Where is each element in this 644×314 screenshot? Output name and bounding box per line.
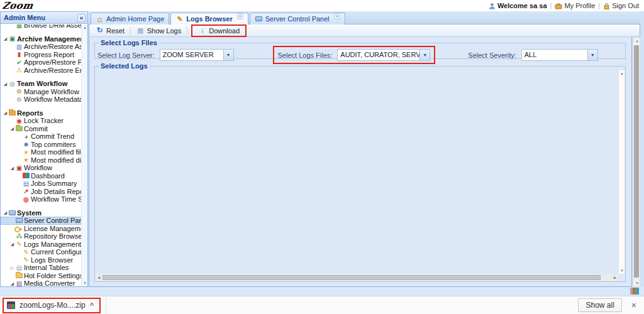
sidebar-item-browse-drm-assets[interactable]: ▦Browse DRM Assets (1, 24, 87, 30)
collapse-node-icon[interactable]: ◢ (3, 210, 8, 215)
progress-report-icon: ▮ (15, 51, 23, 58)
sidebar-item-logs-browser[interactable]: ✎Logs Browser (1, 256, 87, 264)
media-converter-icon: ▧ (15, 280, 23, 286)
download-button-highlight-box: ↓Download (191, 24, 247, 37)
downloaded-file-name[interactable]: zoomLogs-Mo....zip (19, 301, 86, 310)
severity-select[interactable]: ALL ▼ (521, 49, 598, 61)
button-label: Show Logs (147, 27, 181, 35)
browser-download-bar: zoomLogs-Mo....zip ^ Show all × (0, 296, 644, 314)
tab-server-control-panel[interactable]: Server Control Panel× (250, 13, 345, 24)
scroll-up-icon[interactable]: ▲ (82, 24, 88, 31)
collapse-node-icon[interactable]: ◢ (9, 126, 15, 131)
sidebar-tree: ▦Browse DRM Assets◢▣Archive Management▥A… (1, 24, 87, 286)
reset-button[interactable]: ↻Reset (92, 26, 128, 35)
sign-out-link[interactable]: Sign Out (603, 2, 639, 9)
sidebar-item-server-control-panel[interactable]: Server Control Panel (1, 217, 87, 225)
sidebar-item-commit-trend[interactable]: ◕Commit Trend (1, 133, 87, 141)
hscroll-thumb[interactable] (103, 275, 601, 280)
sidebar-item-label: Job Details Report (31, 188, 87, 195)
selected-logs-vscrollbar[interactable]: ▲ ▼ (618, 70, 625, 274)
sidebar-item-approve-restore-petitions[interactable]: ✔Approve/Restore Petitions (1, 58, 87, 67)
sidebar-scrollbar[interactable]: ▲ ▼ (81, 24, 87, 286)
close-tab-icon[interactable]: × (237, 13, 243, 19)
sidebar-item-jobs-summary[interactable]: ▤Jobs Summary (1, 180, 87, 188)
vscroll-thumb[interactable] (634, 45, 639, 278)
sidebar-item-top-commiters[interactable]: ☻Top commiters (1, 141, 87, 149)
collapse-node-icon[interactable]: ◢ (3, 110, 8, 116)
toolbar-separator (130, 26, 131, 35)
main-vscrollbar[interactable]: ▲ ▼ (633, 37, 640, 287)
collapse-node-icon[interactable]: ◢ (3, 81, 8, 87)
collapse-node-icon[interactable]: ◢ (9, 165, 15, 171)
scroll-left-icon[interactable]: ◀ (96, 274, 102, 281)
tab-label: Logs Browser (186, 15, 232, 23)
sidebar-item-repository-browser[interactable]: ⁂Repository Browser (1, 232, 87, 241)
home-icon: ⌂ (96, 16, 104, 23)
show-logs-button[interactable]: ▦Show Logs (133, 26, 184, 35)
log-server-label: Select Log Server: (97, 51, 155, 59)
close-tab-icon[interactable]: × (334, 13, 340, 19)
sidebar-item-license-management[interactable]: License Management (1, 225, 87, 233)
tab-logs-browser[interactable]: ✎Logs Browser× (170, 13, 248, 24)
system-icon (9, 210, 16, 215)
sidebar-item-current-configuration[interactable]: ✎Current Configuration (1, 248, 87, 256)
my-profile-link[interactable]: My Profile (555, 2, 595, 9)
sidebar-item-reports[interactable]: ◢Reports (1, 109, 87, 117)
sidebar-item-workflow[interactable]: ◢▣Workflow (1, 164, 87, 172)
sidebar-item-label: Progress Report (24, 51, 74, 58)
sidebar-item-label: Workflow Time Sheet (31, 195, 87, 203)
separator: | (550, 2, 552, 9)
sidebar-item-commit[interactable]: ◢Commit (1, 125, 87, 133)
sidebar-item-label: Media Converter (24, 279, 75, 286)
sidebar-item-lock-tracker[interactable]: ◉Lock Tracker (1, 117, 87, 125)
dropdown-arrow-icon[interactable]: ▼ (419, 50, 430, 60)
lock-icon (603, 3, 610, 9)
tab-admin-home-page[interactable]: ⌂Admin Home Page (91, 13, 169, 24)
sidebar-item-label: Approve/Restore Petitions (24, 58, 87, 66)
sidebar-item-progress-report[interactable]: ▮Progress Report (1, 51, 87, 59)
sidebar-item-archive-management[interactable]: ◢▣Archive Management (1, 35, 87, 43)
sidebar-item-team-workflow[interactable]: ◢◍Team Workflow (1, 80, 87, 88)
sidebar-item-archive-restore-errors[interactable]: ⚠Archive/Restore Errors (1, 67, 87, 75)
sidebar-item-most-modified-dirs[interactable]: ★Most modified dirs (1, 156, 87, 165)
collapse-node-icon[interactable]: ◢ (3, 36, 8, 41)
show-all-button[interactable]: Show all (578, 298, 621, 312)
top-header: Zoom Welcome sa sa | My Profile | Sign O… (0, 0, 644, 11)
dropdown-arrow-icon[interactable]: ▼ (587, 50, 597, 60)
dropdown-arrow-icon[interactable]: ▼ (223, 50, 233, 60)
expand-node-icon[interactable]: ▷ (9, 265, 15, 271)
scroll-right-icon[interactable]: ▶ (612, 274, 618, 281)
sidebar-item-most-modified-files[interactable]: ★Most modified files (1, 148, 87, 156)
sidebar-item-label: Dashboard (31, 172, 65, 180)
scroll-down-icon[interactable]: ▼ (82, 280, 88, 286)
scroll-up-icon[interactable]: ▲ (633, 38, 641, 44)
collapse-node-icon[interactable]: ◢ (9, 281, 15, 286)
dashboard-icon (23, 173, 30, 178)
sidebar-item-job-details-report[interactable]: ↗Job Details Report (1, 188, 87, 196)
sidebar-item-dashboard[interactable]: Dashboard (1, 172, 87, 180)
sidebar-item-logs-management[interactable]: ◢✎Logs Management (1, 241, 87, 249)
sidebar-item-system[interactable]: ◢System (1, 209, 87, 217)
sidebar-item-workflow-time-sheet[interactable]: ◎Workflow Time Sheet (1, 195, 87, 203)
top-commiters-icon: ☻ (22, 141, 30, 148)
collapse-sidebar-button[interactable]: « (77, 14, 86, 22)
sidebar-item-manage-workflow[interactable]: ⚙Manage Workflow (1, 88, 87, 96)
download-button[interactable]: ↓Download (195, 26, 243, 35)
selected-logs-hscrollbar[interactable]: ◀ ▶ (96, 274, 618, 281)
sidebar-item-archive-restore-assets[interactable]: ▥Archive/Restore Assets (1, 43, 87, 51)
scroll-down-icon[interactable]: ▼ (633, 280, 641, 286)
sidebar-item-internal-tables[interactable]: ▷▤Internal Tables (1, 264, 87, 272)
scroll-up-icon[interactable]: ▲ (619, 70, 625, 77)
collapse-node-icon[interactable]: ◢ (9, 241, 15, 247)
download-icon: ↓ (198, 27, 206, 34)
log-server-select[interactable]: ZOOM SERVER ▼ (160, 49, 234, 61)
sidebar-item-hot-folder-settings[interactable]: Hot Folder Settings (1, 272, 87, 280)
job-details-report-icon: ↗ (22, 188, 30, 195)
scroll-down-icon[interactable]: ▼ (619, 268, 625, 274)
chevron-up-icon[interactable]: ^ (90, 301, 94, 309)
logs-files-select[interactable]: AUDIT, CURATOR, SERVER ▼ (337, 49, 430, 61)
sidebar-item-media-converter[interactable]: ◢▧Media Converter (1, 279, 87, 286)
sidebar-item-workflow-metadata[interactable]: ⚙Workflow Metadata (1, 95, 87, 104)
close-download-bar-icon[interactable]: × (631, 301, 636, 310)
approve-restore-petitions-icon: ✔ (15, 59, 23, 66)
